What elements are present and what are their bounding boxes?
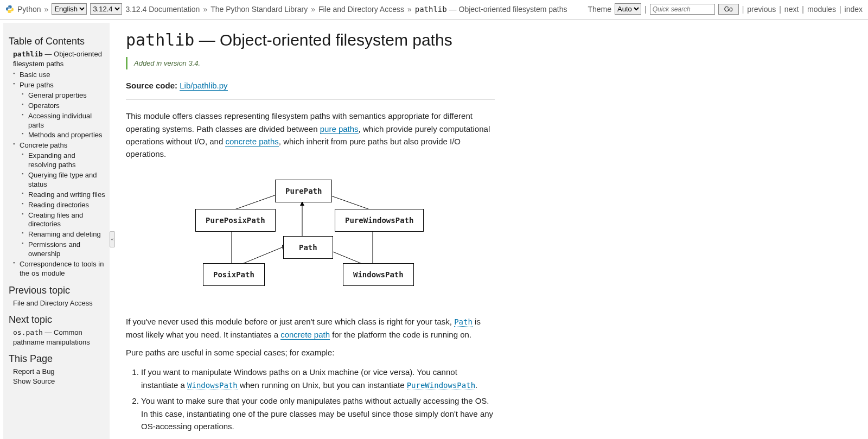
version-added: Added in version 3.4. [126, 57, 495, 69]
diagram-box-pureposixpath: PurePosixPath [195, 209, 276, 232]
show-source-link[interactable]: Show Source [13, 377, 55, 385]
relation-bar: Python » English 3.12.4 3.12.4 Documenta… [0, 0, 868, 20]
toc-item-reading-writing[interactable]: Reading and writing files [28, 190, 105, 199]
intro-paragraph: This module offers classes representing … [126, 110, 495, 160]
search-input[interactable] [650, 4, 715, 15]
concrete-paths-link[interactable]: concrete paths [225, 137, 278, 147]
nav-modules[interactable]: modules [807, 5, 836, 14]
relbar-left: Python » English 3.12.4 3.12.4 Documenta… [5, 3, 584, 15]
diagram-box-purewindowspath: PureWindowsPath [335, 209, 424, 232]
search-go-button[interactable]: Go [718, 4, 739, 15]
svg-line-0 [232, 194, 278, 211]
source-code-line: Source code: Lib/pathlib.py [126, 79, 495, 92]
svg-line-5 [240, 246, 286, 265]
diagram-box-windowspath: WindowsPath [343, 263, 414, 286]
theme-label: Theme [588, 5, 611, 14]
concrete-path-link[interactable]: concrete path [280, 330, 330, 340]
diagram-box-posixpath: PosixPath [203, 263, 265, 286]
source-code-link[interactable]: Lib/pathlib.py [180, 81, 227, 91]
next-topic-link[interactable]: os.path — Common pathname manipulations [13, 328, 105, 347]
divider-rule [126, 99, 495, 100]
next-topic-heading: Next topic [9, 314, 105, 326]
inheritance-diagram: PurePath PurePosixPath PureWindowsPath P… [186, 175, 419, 300]
diagram-box-path: Path [283, 236, 333, 259]
toc-item-permissions[interactable]: Permissions and ownership [28, 240, 80, 258]
pure-paths-intro: Pure paths are useful in some special ca… [126, 346, 495, 359]
nav-next[interactable]: next [784, 5, 799, 14]
previous-topic-heading: Previous topic [9, 285, 105, 296]
sidebar: Table of Contents pathlib — Object-orien… [3, 23, 110, 439]
diagram-box-purepath: PurePath [275, 180, 332, 202]
toc-list: Basic use Pure paths General properties … [13, 71, 105, 278]
page-title: pathlib — Object-oriented filesystem pat… [126, 30, 495, 49]
breadcrumb-stdlib[interactable]: The Python Standard Library [210, 5, 308, 14]
toc-item-methods-properties[interactable]: Methods and properties [28, 131, 103, 139]
this-page-heading: This Page [9, 353, 105, 365]
toc-heading: Table of Contents [9, 36, 105, 47]
toc-item-creating[interactable]: Creating files and directories [28, 211, 83, 228]
toc-item-correspondence[interactable]: Correspondence to tools in the os module [13, 260, 105, 278]
toc-item-reading-dirs[interactable]: Reading directories [28, 201, 89, 209]
guidance-paragraph: If you've never used this module before … [126, 315, 495, 341]
version-select[interactable]: 3.12.4 [90, 3, 122, 15]
sidebar-collapse-handle[interactable]: « [110, 231, 115, 247]
nav-index[interactable]: index [845, 5, 863, 14]
toc-item-renaming[interactable]: Renaming and deleting [28, 230, 101, 238]
pure-paths-link[interactable]: pure paths [320, 124, 359, 134]
toc-item-basic-use[interactable]: Basic use [20, 71, 50, 79]
main-content: pathlib — Object-oriented filesystem pat… [115, 20, 495, 439]
toc-item-general-properties[interactable]: General properties [28, 91, 87, 99]
toc-item-accessing-parts[interactable]: Accessing individual parts [28, 112, 92, 129]
report-bug-link[interactable]: Report a Bug [13, 367, 55, 376]
pure-paths-cases-list: If you want to manipulate Windows paths … [126, 366, 495, 432]
python-home-link[interactable]: Python [17, 5, 41, 14]
sidebar-divider: « [110, 20, 115, 439]
language-select[interactable]: English [52, 3, 87, 15]
previous-topic-link[interactable]: File and Directory Access [13, 299, 93, 307]
windowspath-link[interactable]: WindowsPath [187, 381, 238, 390]
path-class-link[interactable]: Path [454, 317, 473, 327]
theme-select[interactable]: Auto [615, 3, 641, 15]
nav-previous[interactable]: previous [747, 5, 776, 14]
relbar-right: Theme Auto | Go | previous | next | modu… [588, 3, 863, 15]
toc-item-concrete-paths[interactable]: Concrete paths [20, 141, 67, 149]
svg-line-1 [327, 194, 373, 211]
purewindowspath-link[interactable]: PureWindowsPath [407, 381, 475, 390]
toc-item-expanding[interactable]: Expanding and resolving paths [28, 151, 75, 169]
toc-current-page[interactable]: pathlib — Object-oriented filesystem pat… [13, 49, 105, 68]
separator: » [44, 5, 49, 14]
breadcrumb-current: pathlib — Object-oriented filesystem pat… [415, 5, 567, 14]
list-item: You want to make sure that your code onl… [141, 395, 495, 432]
page-wrapper: Table of Contents pathlib — Object-orien… [0, 20, 868, 439]
list-item: If you want to manipulate Windows paths … [141, 366, 495, 391]
toc-item-operators[interactable]: Operators [28, 101, 60, 110]
toc-item-pure-paths[interactable]: Pure paths [20, 81, 54, 89]
breadcrumb-docs[interactable]: 3.12.4 Documentation [125, 5, 200, 14]
breadcrumb-file-access[interactable]: File and Directory Access [318, 5, 404, 14]
python-logo-icon [5, 5, 14, 14]
toc-item-querying[interactable]: Querying file type and status [28, 171, 97, 188]
